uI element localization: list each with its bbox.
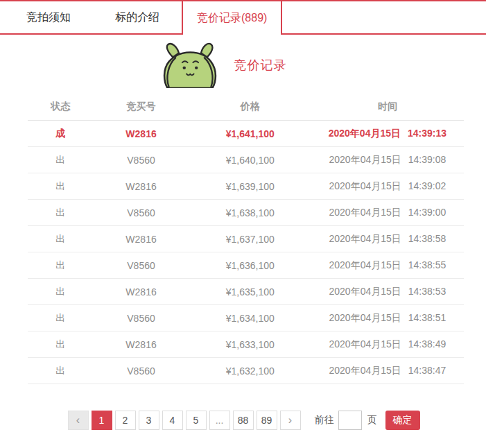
status-cell: 出 [28,312,93,325]
bidder-cell: W2816 [93,181,189,192]
price-cell: ¥1,637,100 [189,234,311,245]
time-cell: 2020年04月15日14:39:13 [311,128,464,140]
date-text: 2020年04月15日 [329,154,401,165]
date-text: 2020年04月15日 [329,207,401,218]
price-cell: ¥1,638,100 [189,207,311,218]
col-header-status: 状态 [28,101,93,113]
confirm-button[interactable]: 确定 [385,411,420,430]
table-row: 成 W2816 ¥1,641,100 2020年04月15日14:39:13 [28,121,464,147]
status-cell: 出 [28,286,93,298]
goto-label: 前往 [315,414,334,427]
table-row: 出 W2816 ¥1,639,100 2020年04月15日14:39:02 [28,173,464,200]
time-cell: 2020年04月15日14:38:47 [311,365,464,377]
date-text: 2020年04月15日 [329,180,401,191]
time-text: 14:38:47 [408,365,446,376]
page-button-89[interactable]: 89 [257,411,277,430]
page-button-1[interactable]: 1 [92,411,112,430]
time-text: 14:39:08 [408,154,446,165]
section-header: 竞价记录 [0,40,465,90]
date-text: 2020年04月15日 [329,128,401,139]
table-row: 出 W2816 ¥1,635,100 2020年04月15日14:38:53 [28,279,464,305]
bidder-cell: W2816 [93,286,189,298]
page-button-3[interactable]: 3 [139,411,159,430]
pagination-bar: ‹ 1 2 3 4 5 ... 88 89 › 前往 页 确定 [0,411,486,430]
page-button-4[interactable]: 4 [162,411,183,430]
price-cell: ¥1,640,100 [189,155,311,166]
tab-bar: 竞拍须知 标的介绍 竞价记录(889) [0,0,486,35]
date-text: 2020年04月15日 [329,259,401,270]
status-cell: 出 [28,365,93,377]
bidder-cell: V8560 [93,155,189,166]
page-button-2[interactable]: 2 [115,411,136,430]
table-row: 出 V8560 ¥1,632,100 2020年04月15日14:38:47 [28,358,464,384]
time-cell: 2020年04月15日14:39:00 [311,207,464,219]
table-header-row: 状态 竞买号 价格 时间 [28,93,464,121]
col-header-bidder: 竞买号 [93,101,189,113]
tab-auction-notice[interactable]: 竞拍须知 [4,1,93,33]
table-row: 出 V8560 ¥1,636,100 2020年04月15日14:38:55 [28,252,464,279]
time-text: 14:39:02 [408,180,446,191]
prev-page-button[interactable]: ‹ [68,411,89,430]
page-title: 竞价记录 [234,57,287,74]
bidder-cell: W2816 [93,339,189,350]
price-cell: ¥1,634,100 [189,313,311,324]
date-text: 2020年04月15日 [329,233,401,244]
status-cell: 出 [28,180,93,193]
time-cell: 2020年04月15日14:38:53 [311,286,464,298]
page-button-5[interactable]: 5 [186,411,207,430]
bid-records-table: 状态 竞买号 价格 时间 成 W2816 ¥1,641,100 2020年04月… [28,93,464,384]
col-header-time: 时间 [311,101,464,113]
bidder-cell: V8560 [93,365,189,377]
time-text: 14:39:13 [408,128,446,139]
time-text: 14:38:51 [408,312,446,323]
date-text: 2020年04月15日 [329,286,401,297]
price-cell: ¥1,632,100 [189,365,311,377]
page-unit-label: 页 [367,414,377,427]
time-cell: 2020年04月15日14:38:49 [311,338,464,351]
status-cell: 成 [28,128,93,140]
price-cell: ¥1,635,100 [189,286,311,298]
status-cell: 出 [28,154,93,166]
time-cell: 2020年04月15日14:38:51 [311,312,464,325]
time-text: 14:38:58 [408,233,446,244]
time-cell: 2020年04月15日14:38:55 [311,259,464,272]
time-cell: 2020年04月15日14:38:58 [311,233,464,245]
table-row: 出 W2816 ¥1,637,100 2020年04月15日14:38:58 [28,226,464,252]
status-cell: 出 [28,233,93,245]
time-cell: 2020年04月15日14:39:02 [311,180,464,193]
next-page-button[interactable]: › [280,411,301,430]
price-cell: ¥1,639,100 [189,181,311,192]
table-row: 出 V8560 ¥1,634,100 2020年04月15日14:38:51 [28,305,464,331]
date-text: 2020年04月15日 [329,365,401,376]
price-cell: ¥1,636,100 [189,260,311,271]
price-cell: ¥1,641,100 [189,128,311,139]
status-cell: 出 [28,338,93,351]
bidder-cell: W2816 [93,128,189,139]
time-cell: 2020年04月15日14:39:08 [311,154,464,166]
time-text: 14:38:53 [408,286,446,297]
time-text: 14:39:00 [408,207,446,218]
bidder-cell: W2816 [93,234,189,245]
date-text: 2020年04月15日 [329,338,401,350]
bidder-cell: V8560 [93,260,189,271]
table-row: 出 V8560 ¥1,638,100 2020年04月15日14:39:00 [28,200,464,226]
mascot-icon [158,42,222,88]
status-cell: 出 [28,259,93,272]
table-row: 出 V8560 ¥1,640,100 2020年04月15日14:39:08 [28,147,464,173]
page-ellipsis: ... [209,411,230,430]
time-text: 14:38:49 [408,338,446,350]
col-header-price: 价格 [189,101,311,113]
date-text: 2020年04月15日 [329,312,401,323]
tab-item-intro[interactable]: 标的介绍 [93,1,182,33]
page-button-88[interactable]: 88 [233,411,254,430]
table-row: 出 W2816 ¥1,633,100 2020年04月15日14:38:49 [28,331,464,358]
status-cell: 出 [28,207,93,219]
price-cell: ¥1,633,100 [189,339,311,350]
bidder-cell: V8560 [93,207,189,218]
bidder-cell: V8560 [93,313,189,324]
tab-bid-records[interactable]: 竞价记录(889) [182,1,282,35]
time-text: 14:38:55 [408,259,446,270]
goto-page-input[interactable] [338,411,362,430]
